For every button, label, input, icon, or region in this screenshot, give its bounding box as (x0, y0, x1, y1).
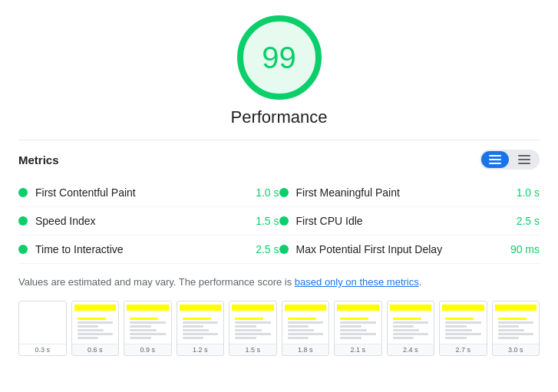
metric-value: 1.0 s (505, 186, 540, 199)
metric-name: Max Potential First Input Delay (296, 243, 500, 255)
filmstrip-frame[interactable]: 0.9 s (124, 301, 172, 356)
frame-header-bar (232, 305, 274, 311)
metrics-grid: First Contentful Paint 1.0 s First Meani… (18, 179, 540, 264)
metrics-title: Metrics (18, 153, 59, 166)
frame-line (183, 318, 211, 320)
frame-line (130, 337, 151, 339)
frame-line (235, 337, 256, 339)
filmstrip-frame[interactable]: 3.0 s (492, 301, 540, 356)
frame-timestamp: 2.4 s (388, 344, 434, 355)
frame-line (498, 329, 525, 331)
list-icon-line2 (489, 159, 501, 160)
list-icon-line3 (489, 163, 501, 164)
frame-line (288, 333, 324, 335)
metric-value: 2.5 s (245, 243, 279, 255)
metric-row: Speed Index 1.5 s (18, 207, 279, 236)
metric-name: Time to Interactive (35, 243, 239, 255)
frame-content (335, 301, 381, 344)
filmstrip: 0.3 s 0.6 s (18, 301, 540, 356)
filmstrip-frame[interactable]: 2.1 s (334, 301, 382, 356)
frame-content (72, 301, 119, 344)
frame-line (498, 337, 520, 339)
frame-content (282, 301, 329, 344)
filmstrip-frame[interactable]: 0.3 s (18, 301, 67, 356)
frame-line (130, 321, 166, 324)
grid-icon (518, 155, 530, 164)
metrics-note: Values are estimated and may vary. The p… (18, 275, 540, 290)
grid-icon-line3 (518, 163, 530, 164)
frame-line (393, 321, 429, 324)
frame-line (78, 318, 106, 320)
list-icon (489, 155, 501, 164)
list-view-button[interactable] (481, 151, 509, 168)
metric-row: Max Potential First Input Delay 90 ms (279, 236, 540, 264)
frame-lines (442, 313, 484, 341)
metric-dot (18, 188, 28, 197)
filmstrip-frame[interactable]: 1.8 s (282, 301, 330, 356)
frame-line (393, 333, 429, 335)
frame-line (288, 318, 316, 320)
filmstrip-frame[interactable]: 0.6 s (71, 301, 120, 356)
frame-line (235, 318, 263, 320)
metric-dot (279, 216, 289, 226)
frame-content (493, 301, 540, 344)
frame-line (498, 321, 534, 324)
frame-header-bar (180, 305, 222, 311)
frame-header-bar (390, 305, 432, 311)
frame-header-bar (285, 305, 327, 311)
metric-dot (18, 245, 28, 254)
frame-line (235, 321, 271, 324)
metric-name: First Meaningful Paint (296, 186, 500, 199)
frame-line (235, 325, 256, 328)
frame-line (235, 329, 262, 331)
frame-content (177, 301, 224, 344)
frame-line (78, 329, 104, 331)
frame-line (340, 337, 362, 339)
frame-content (440, 301, 487, 344)
metric-dot (279, 245, 289, 254)
frame-lines (495, 313, 537, 341)
frame-line (340, 329, 367, 331)
frame-line (288, 321, 324, 324)
metric-row: First Meaningful Paint 1.0 s (279, 179, 540, 207)
frame-line (340, 333, 376, 335)
metric-name: First Contentful Paint (35, 186, 239, 199)
grid-view-button[interactable] (510, 151, 538, 168)
frame-line (183, 329, 210, 331)
frame-line (288, 325, 309, 328)
frame-header-bar (74, 305, 117, 311)
filmstrip-frame[interactable]: 1.5 s (229, 301, 277, 356)
frame-timestamp: 3.0 s (493, 344, 540, 355)
filmstrip-frame[interactable]: 2.7 s (439, 301, 487, 356)
note-text-after: . (419, 276, 422, 288)
frame-line (498, 333, 534, 335)
frame-line (445, 329, 472, 331)
frame-line (445, 337, 467, 339)
frame-line (235, 333, 271, 335)
score-circle: 99 (237, 15, 322, 100)
frame-line (393, 325, 414, 328)
frame-header-bar (127, 305, 169, 311)
frame-header-bar (442, 305, 484, 311)
frame-line (498, 325, 520, 328)
filmstrip-frame[interactable]: 1.2 s (177, 301, 225, 356)
frame-timestamp: 1.2 s (177, 344, 224, 355)
frame-timestamp: 0.3 s (19, 344, 66, 355)
metric-value: 1.5 s (245, 215, 279, 227)
frame-header-bar (337, 305, 379, 311)
frame-lines (337, 313, 379, 341)
frame-content (124, 301, 171, 344)
frame-line (78, 321, 114, 324)
frame-timestamp: 0.6 s (72, 344, 119, 355)
filmstrip-frame[interactable]: 2.4 s (387, 301, 435, 356)
metric-name: Speed Index (35, 215, 239, 227)
list-icon-line1 (489, 155, 501, 156)
note-link[interactable]: based only on these metrics (295, 276, 419, 288)
frame-line (393, 337, 414, 339)
frame-line (288, 337, 309, 339)
metric-row: Time to Interactive 2.5 s (18, 236, 279, 264)
frame-line (498, 318, 527, 320)
grid-icon-line2 (518, 159, 530, 160)
frame-line (78, 337, 99, 339)
frame-lines (285, 313, 327, 341)
